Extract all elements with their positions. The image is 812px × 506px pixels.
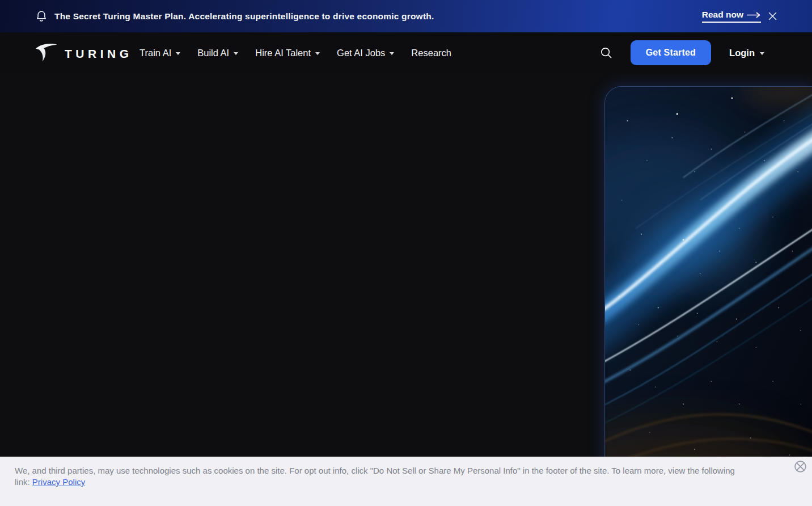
search-icon[interactable] — [600, 47, 612, 59]
get-started-button[interactable]: Get Started — [631, 40, 711, 65]
nav-item-get-ai-jobs[interactable]: Get AI Jobs — [337, 48, 394, 58]
turing-logo-icon — [35, 40, 58, 68]
login-menu[interactable]: Login — [729, 48, 764, 58]
cookie-line2-prefix: link: — [15, 477, 30, 487]
nav-item-label: Train AI — [139, 48, 171, 58]
banner-close-icon[interactable] — [768, 12, 777, 20]
brand-wordmark: TURING — [65, 47, 133, 61]
nav-menu: Train AI Build AI Hire AI Talent Get AI … — [139, 32, 451, 73]
read-now-label: Read now — [702, 10, 743, 20]
nav-item-research[interactable]: Research — [411, 48, 451, 58]
nav-actions: Get Started Login — [600, 32, 764, 73]
arrow-right-icon — [747, 12, 761, 18]
chevron-down-icon — [390, 52, 394, 55]
chevron-down-icon — [315, 52, 320, 55]
cookie-banner: We, and third parties, may use technolog… — [0, 457, 812, 506]
nav-item-train-ai[interactable]: Train AI — [139, 48, 180, 58]
page: The Secret Turing Master Plan. Accelerat… — [0, 0, 812, 506]
nav-item-label: Hire AI Talent — [255, 48, 311, 58]
bell-icon — [36, 10, 47, 23]
hero-artwork — [604, 86, 812, 506]
nav-item-build-ai[interactable]: Build AI — [197, 48, 238, 58]
nav-item-label: Build AI — [197, 48, 229, 58]
announcement-banner: The Secret Turing Master Plan. Accelerat… — [0, 0, 812, 32]
chevron-down-icon — [234, 52, 238, 55]
main-nav: TURING Train AI Build AI Hire AI Talent … — [0, 32, 812, 73]
read-now-link[interactable]: Read now — [702, 10, 761, 23]
cookie-close-icon[interactable] — [793, 459, 808, 474]
privacy-policy-link[interactable]: Privacy Policy — [32, 477, 85, 487]
nav-item-label: Research — [411, 48, 451, 58]
chevron-down-icon — [176, 52, 180, 55]
nav-item-hire-ai-talent[interactable]: Hire AI Talent — [255, 48, 320, 58]
login-label: Login — [729, 48, 755, 58]
brand-logo[interactable]: TURING — [35, 40, 133, 68]
cookie-line1: We, and third parties, may use technolog… — [15, 466, 735, 475]
chevron-down-icon — [760, 52, 764, 55]
nav-item-label: Get AI Jobs — [337, 48, 385, 58]
announcement-message: The Secret Turing Master Plan. Accelerat… — [54, 0, 434, 32]
cookie-text: We, and third parties, may use technolog… — [15, 465, 786, 488]
